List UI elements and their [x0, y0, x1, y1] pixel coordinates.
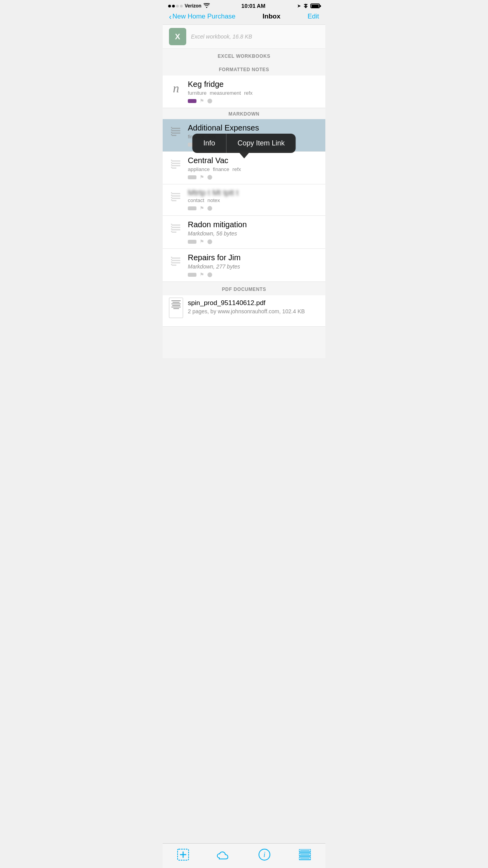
dot-indicator-5	[207, 239, 212, 244]
obscured-title: Mtrtp t Mt tptt t	[188, 188, 319, 197]
status-left: Verizon	[168, 3, 210, 9]
popup-arrow	[239, 153, 249, 158]
repairs-icon	[169, 254, 183, 268]
color-bar-6	[188, 273, 196, 277]
signal-dot-3	[176, 5, 179, 7]
tag-contact: contact	[188, 197, 204, 203]
svg-rect-15	[171, 167, 172, 168]
flag-icon-3: ⚑	[200, 174, 204, 180]
svg-rect-31	[171, 231, 172, 232]
list-item-pdf[interactable]: spin_prod_951140612.pdf 2 pages, by www.…	[163, 295, 325, 327]
svg-rect-32	[172, 257, 180, 259]
tag-refx-3: refx	[233, 166, 241, 172]
location-icon: ➤	[297, 3, 301, 9]
signal-dot-1	[168, 5, 171, 7]
list-item-radon[interactable]: Radon mitigation Markdown, 56 bytes ⚑	[163, 216, 325, 249]
popup-menu: Info Copy Item Link	[192, 134, 295, 153]
back-label: New Home Purchase	[172, 13, 236, 20]
svg-rect-22	[171, 197, 172, 198]
svg-rect-3	[172, 135, 176, 136]
list-item-keg-fridge[interactable]: n Keg fridge furniture measurement refx …	[163, 75, 325, 108]
carrier-label: Verizon	[185, 3, 202, 9]
bluetooth-icon: ⯯	[303, 3, 308, 9]
svg-rect-20	[171, 192, 172, 193]
svg-rect-13	[171, 162, 172, 163]
svg-rect-6	[171, 132, 172, 133]
copy-item-link-button[interactable]: Copy Item Link	[226, 134, 295, 153]
nav-title: Inbox	[262, 13, 280, 20]
obscured-icon	[169, 190, 183, 204]
svg-rect-27	[172, 232, 176, 233]
radon-icon	[169, 221, 183, 235]
pdf-section-header: PDF DOCUMENTS	[163, 282, 325, 295]
keg-fridge-icon: n	[169, 81, 183, 95]
svg-rect-29	[171, 226, 172, 227]
pdf-title: spin_prod_951140612.pdf	[188, 299, 319, 307]
central-vac-icon	[169, 157, 183, 171]
list-item-repairs[interactable]: Repairs for Jim Markdown, 277 bytes ⚑	[163, 249, 325, 282]
svg-rect-35	[172, 265, 176, 266]
list-item-obscured[interactable]: Mtrtp t Mt tptt t contact notex ⚑	[163, 184, 325, 216]
keg-fridge-tags: furniture measurement refx	[188, 90, 319, 96]
svg-rect-5	[171, 129, 172, 131]
color-bar	[188, 99, 196, 103]
status-right: ➤ ⯯	[297, 3, 320, 9]
dot-indicator-3	[207, 175, 212, 180]
popup-menu-container: Info Copy Item Link	[192, 134, 295, 158]
dot-indicator-4	[207, 206, 212, 211]
svg-rect-4	[171, 127, 172, 128]
signal-dots	[168, 5, 183, 7]
nav-bar: ‹ New Home Purchase Inbox Edit	[163, 11, 325, 25]
svg-rect-36	[171, 257, 172, 258]
radon-title: Radon mitigation	[188, 220, 319, 229]
excel-workbooks-item[interactable]: X Excel workbook, 16.8 KB	[163, 25, 325, 49]
svg-rect-24	[172, 224, 180, 226]
svg-rect-34	[172, 262, 180, 263]
radon-indicators: ⚑	[188, 239, 319, 245]
back-arrow-icon: ‹	[169, 13, 172, 20]
svg-rect-23	[171, 199, 172, 200]
signal-dot-2	[172, 5, 175, 7]
excel-subtitle: Excel workbook, 16.8 KB	[191, 33, 252, 40]
obscured-indicators: ⚑	[188, 205, 319, 211]
svg-rect-7	[171, 134, 172, 135]
color-bar-4	[188, 206, 196, 210]
dot-indicator-6	[207, 272, 212, 277]
formatted-notes-section-header: FORMATTED NOTES	[163, 62, 325, 75]
central-vac-tags: appliance finance refx	[188, 166, 319, 172]
svg-rect-0	[172, 128, 180, 129]
signal-dot-4	[180, 5, 183, 7]
color-bar-5	[188, 240, 196, 244]
pdf-subtitle: 2 pages, by www.johnsonrauhoff.com, 102.…	[188, 308, 319, 314]
nav-back-button[interactable]: ‹ New Home Purchase	[169, 13, 235, 20]
svg-rect-10	[172, 165, 180, 166]
obscured-tags: contact notex	[188, 197, 319, 203]
svg-rect-9	[172, 163, 180, 164]
wifi-icon	[204, 3, 210, 9]
additional-expenses-icon	[169, 125, 183, 139]
svg-rect-30	[171, 228, 172, 230]
svg-rect-33	[172, 260, 180, 261]
additional-expenses-title: Additional Expenses	[188, 123, 319, 132]
svg-rect-28	[171, 224, 172, 225]
edit-button[interactable]: Edit	[308, 13, 319, 20]
svg-rect-2	[172, 132, 180, 134]
svg-rect-14	[171, 164, 172, 166]
keg-fridge-title: Keg fridge	[188, 79, 319, 89]
central-vac-indicators: ⚑	[188, 174, 319, 180]
svg-rect-25	[172, 227, 180, 228]
svg-rect-19	[172, 200, 176, 201]
excel-section-header: EXCEL WORKBOOKS	[163, 49, 325, 62]
pdf-icon	[169, 301, 183, 315]
info-button[interactable]: Info	[192, 134, 226, 153]
dot-indicator	[207, 99, 212, 103]
svg-rect-12	[171, 160, 172, 161]
keg-fridge-indicators: ⚑	[188, 98, 319, 104]
tag-furniture: furniture	[188, 90, 207, 96]
svg-rect-11	[172, 167, 176, 169]
flag-icon: ⚑	[200, 98, 204, 104]
flag-icon-6: ⚑	[200, 272, 204, 278]
repairs-subtitle: Markdown, 277 bytes	[188, 263, 319, 270]
svg-rect-38	[171, 261, 172, 263]
status-bar: Verizon 10:01 AM ➤ ⯯	[163, 0, 325, 11]
